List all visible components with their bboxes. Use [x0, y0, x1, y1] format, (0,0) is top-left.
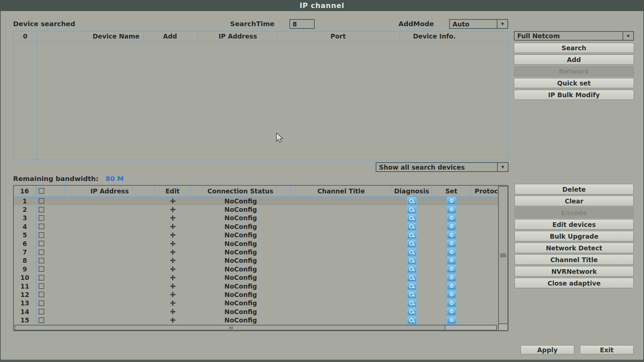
settings-gear-icon[interactable]: ⚙	[447, 223, 456, 230]
add-plus-icon[interactable]	[170, 266, 175, 272]
diagnosis-magnifier-icon[interactable]	[407, 240, 417, 247]
nvrnetwork-button[interactable]: NVRNetwork	[515, 266, 634, 277]
row-checkbox[interactable]	[39, 283, 44, 289]
settings-gear-icon[interactable]: ⚙	[447, 316, 456, 324]
diagnosis-magnifier-icon[interactable]	[407, 316, 417, 324]
dropdown-arrow-button[interactable]: ▼	[497, 163, 508, 171]
add-plus-icon[interactable]	[170, 318, 175, 323]
vertical-scrollbar[interactable]	[498, 186, 508, 331]
row-checkbox[interactable]	[39, 224, 44, 229]
settings-gear-icon[interactable]: ⚙	[447, 265, 456, 273]
add-plus-icon[interactable]	[170, 284, 175, 289]
settings-gear-icon[interactable]: ⚙	[447, 257, 456, 264]
ip-bulk-modify-button[interactable]: IP Bulk Modify	[514, 90, 634, 100]
horizontal-scrollbar-thumb[interactable]	[15, 325, 445, 330]
settings-gear-icon[interactable]: ⚙	[447, 282, 456, 290]
edit-devices-button[interactable]: Edit devices	[515, 219, 634, 230]
settings-gear-icon[interactable]: ⚙	[447, 231, 456, 239]
add-plus-icon[interactable]	[170, 292, 175, 297]
add-plus-icon[interactable]	[170, 216, 175, 221]
add-plus-icon[interactable]	[170, 309, 175, 314]
settings-gear-icon[interactable]: ⚙	[447, 299, 456, 307]
diagnosis-magnifier-icon[interactable]	[407, 265, 417, 273]
table-row[interactable]: 14NoConfig⚙	[14, 307, 508, 316]
diagnosis-magnifier-icon[interactable]	[407, 197, 417, 205]
add-plus-icon[interactable]	[170, 275, 175, 280]
add-mode-dropdown[interactable]: Auto ▼	[449, 19, 508, 29]
row-checkbox[interactable]	[39, 198, 44, 204]
diagnosis-magnifier-icon[interactable]	[407, 214, 417, 222]
dropdown-arrow-button[interactable]: ▼	[623, 32, 633, 40]
add-plus-icon[interactable]	[170, 250, 175, 255]
apply-button[interactable]: Apply	[521, 345, 574, 354]
search-time-input[interactable]: 8	[289, 19, 315, 29]
add-button[interactable]: Add	[514, 55, 634, 65]
add-plus-icon[interactable]	[170, 198, 175, 203]
quick-set-button[interactable]: Quick set	[514, 78, 634, 88]
diagnosis-magnifier-icon[interactable]	[407, 308, 417, 315]
settings-gear-icon[interactable]: ⚙	[447, 197, 456, 205]
search-button[interactable]: Search	[514, 43, 634, 53]
table-row[interactable]: 10NoConfig⚙	[14, 274, 508, 282]
table-row[interactable]: 3NoConfig⚙	[14, 214, 508, 222]
diagnosis-magnifier-icon[interactable]	[407, 231, 417, 239]
row-checkbox[interactable]	[39, 317, 44, 323]
settings-gear-icon[interactable]: ⚙	[447, 274, 456, 282]
table-row[interactable]: 13NoConfig⚙	[14, 299, 508, 307]
diagnosis-magnifier-icon[interactable]	[407, 206, 417, 214]
bulk-upgrade-button[interactable]: Bulk Upgrade	[515, 231, 634, 241]
settings-gear-icon[interactable]: ⚙	[447, 240, 456, 247]
show-devices-dropdown[interactable]: Show all search devices ▼	[376, 162, 508, 172]
row-checkbox[interactable]	[39, 266, 44, 272]
row-checkbox[interactable]	[39, 292, 44, 297]
settings-gear-icon[interactable]: ⚙	[447, 206, 456, 214]
network-detect-button[interactable]: Network Detect	[515, 243, 634, 253]
diagnosis-magnifier-icon[interactable]	[407, 291, 417, 298]
row-checkbox[interactable]	[39, 309, 44, 314]
add-plus-icon[interactable]	[170, 233, 175, 238]
table-row[interactable]: 8NoConfig⚙	[14, 256, 508, 265]
add-plus-icon[interactable]	[170, 224, 175, 229]
clear-button[interactable]: Clear	[515, 196, 634, 206]
diagnosis-magnifier-icon[interactable]	[407, 248, 417, 256]
diagnosis-magnifier-icon[interactable]	[407, 282, 417, 290]
row-checkbox[interactable]	[39, 258, 44, 263]
settings-gear-icon[interactable]: ⚙	[447, 248, 456, 256]
row-checkbox[interactable]	[39, 207, 44, 213]
table-row[interactable]: 12NoConfig⚙	[14, 290, 508, 299]
add-plus-icon[interactable]	[170, 241, 175, 246]
row-checkbox[interactable]	[39, 249, 44, 255]
exit-button[interactable]: Exit	[580, 345, 634, 354]
protocol-dropdown[interactable]: Full Netcom ▼	[514, 31, 634, 41]
row-checkbox[interactable]	[39, 215, 44, 221]
horizontal-scrollbar[interactable]	[14, 325, 497, 330]
close-adaptive-button[interactable]: Close adaptive	[515, 278, 634, 288]
table-row[interactable]: 7NoConfig⚙	[14, 248, 508, 256]
diagnosis-magnifier-icon[interactable]	[407, 223, 417, 230]
row-checkbox[interactable]	[39, 275, 44, 281]
add-plus-icon[interactable]	[170, 301, 175, 306]
table-row[interactable]: 6NoConfig⚙	[14, 239, 508, 248]
vertical-scrollbar-thumb[interactable]	[499, 187, 507, 324]
settings-gear-icon[interactable]: ⚙	[447, 214, 456, 222]
delete-button[interactable]: Delete	[515, 184, 634, 194]
diagnosis-magnifier-icon[interactable]	[407, 299, 417, 307]
select-all-checkbox[interactable]	[39, 188, 44, 194]
channel-title-button[interactable]: Channel Title	[515, 254, 634, 265]
row-checkbox[interactable]	[39, 232, 44, 238]
settings-gear-icon[interactable]: ⚙	[447, 291, 456, 298]
diagnosis-magnifier-icon[interactable]	[407, 257, 417, 264]
add-plus-icon[interactable]	[170, 207, 175, 212]
settings-gear-icon[interactable]: ⚙	[447, 308, 456, 315]
table-row[interactable]: 2NoConfig⚙	[14, 205, 508, 214]
add-plus-icon[interactable]	[170, 258, 175, 263]
row-checkbox[interactable]	[39, 241, 44, 246]
dropdown-arrow-button[interactable]: ▼	[497, 20, 507, 28]
table-row[interactable]: 4NoConfig⚙	[14, 222, 508, 231]
row-checkbox[interactable]	[39, 300, 44, 306]
table-row[interactable]: 5NoConfig⚙	[14, 231, 508, 239]
table-row[interactable]: 9NoConfig⚙	[14, 265, 508, 273]
table-row[interactable]: 11NoConfig⚙	[14, 282, 508, 290]
table-row[interactable]: 15NoConfig⚙	[14, 316, 508, 324]
diagnosis-magnifier-icon[interactable]	[407, 274, 417, 282]
